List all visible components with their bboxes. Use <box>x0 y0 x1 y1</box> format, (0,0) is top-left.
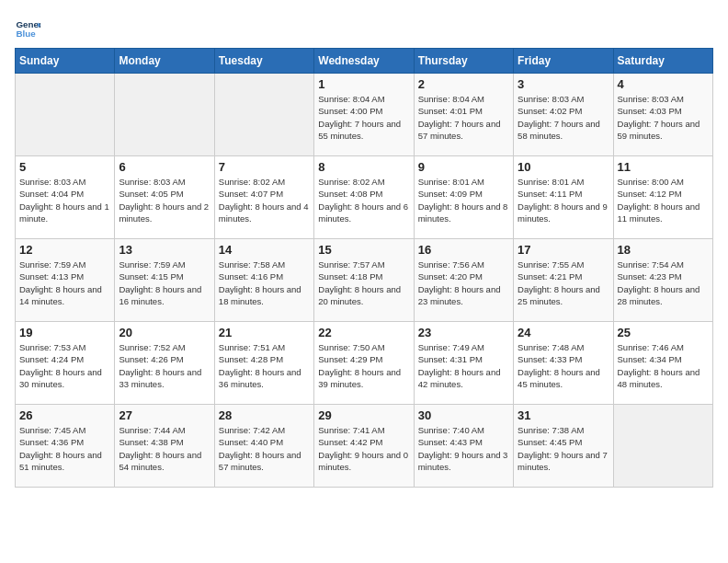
day-info: Sunrise: 7:58 AMSunset: 4:16 PMDaylight:… <box>219 259 310 307</box>
day-number: 24 <box>518 326 609 339</box>
calendar-cell: 9Sunrise: 8:01 AMSunset: 4:09 PMDaylight… <box>414 156 513 239</box>
calendar-cell: 20Sunrise: 7:52 AMSunset: 4:26 PMDayligh… <box>115 322 214 405</box>
calendar-cell: 27Sunrise: 7:44 AMSunset: 4:38 PMDayligh… <box>115 405 214 488</box>
day-number: 18 <box>618 243 709 257</box>
day-info: Sunrise: 8:03 AMSunset: 4:02 PMDaylight:… <box>518 93 609 142</box>
day-number: 22 <box>318 326 409 339</box>
day-number: 4 <box>618 77 709 91</box>
day-info: Sunrise: 7:48 AMSunset: 4:33 PMDaylight:… <box>518 341 609 390</box>
day-info: Sunrise: 7:57 AMSunset: 4:18 PMDaylight:… <box>318 259 409 307</box>
day-number: 6 <box>119 160 210 174</box>
day-number: 8 <box>318 160 409 174</box>
day-info: Sunrise: 7:59 AMSunset: 4:13 PMDaylight:… <box>19 259 110 307</box>
calendar-cell: 19Sunrise: 7:53 AMSunset: 4:24 PMDayligh… <box>16 322 115 405</box>
day-info: Sunrise: 7:41 AMSunset: 4:42 PMDaylight:… <box>318 424 409 473</box>
day-number: 21 <box>219 326 310 339</box>
day-info: Sunrise: 7:44 AMSunset: 4:38 PMDaylight:… <box>119 424 210 473</box>
day-info: Sunrise: 7:53 AMSunset: 4:24 PMDaylight:… <box>19 341 110 390</box>
day-number: 27 <box>119 408 210 422</box>
day-info: Sunrise: 8:03 AMSunset: 4:04 PMDaylight:… <box>19 176 110 224</box>
day-header-saturday: Saturday <box>613 49 712 74</box>
day-info: Sunrise: 7:38 AMSunset: 4:45 PMDaylight:… <box>518 424 609 473</box>
day-info: Sunrise: 8:00 AMSunset: 4:12 PMDaylight:… <box>618 176 709 224</box>
calendar-cell <box>214 74 313 156</box>
day-number: 23 <box>418 326 509 339</box>
calendar-week-row: 19Sunrise: 7:53 AMSunset: 4:24 PMDayligh… <box>16 322 713 405</box>
day-number: 7 <box>219 160 310 174</box>
day-number: 29 <box>318 408 409 422</box>
calendar-cell: 4Sunrise: 8:03 AMSunset: 4:03 PMDaylight… <box>613 74 712 156</box>
day-number: 11 <box>618 160 709 174</box>
calendar-cell: 24Sunrise: 7:48 AMSunset: 4:33 PMDayligh… <box>514 322 613 405</box>
day-info: Sunrise: 8:03 AMSunset: 4:03 PMDaylight:… <box>618 93 709 142</box>
calendar-cell: 6Sunrise: 8:03 AMSunset: 4:05 PMDaylight… <box>115 156 214 239</box>
calendar-cell: 10Sunrise: 8:01 AMSunset: 4:11 PMDayligh… <box>514 156 613 239</box>
calendar-cell: 13Sunrise: 7:59 AMSunset: 4:15 PMDayligh… <box>115 239 214 322</box>
day-info: Sunrise: 7:54 AMSunset: 4:23 PMDaylight:… <box>618 259 709 307</box>
day-info: Sunrise: 7:42 AMSunset: 4:40 PMDaylight:… <box>219 424 310 473</box>
day-info: Sunrise: 7:55 AMSunset: 4:21 PMDaylight:… <box>518 259 609 307</box>
day-number: 31 <box>518 408 609 422</box>
calendar-cell: 28Sunrise: 7:42 AMSunset: 4:40 PMDayligh… <box>214 405 313 488</box>
calendar-cell: 29Sunrise: 7:41 AMSunset: 4:42 PMDayligh… <box>314 405 414 488</box>
day-number: 16 <box>418 243 509 257</box>
calendar-cell: 31Sunrise: 7:38 AMSunset: 4:45 PMDayligh… <box>514 405 613 488</box>
day-header-friday: Friday <box>514 49 613 74</box>
day-header-thursday: Thursday <box>414 49 513 74</box>
day-info: Sunrise: 8:01 AMSunset: 4:11 PMDaylight:… <box>518 176 609 224</box>
calendar-table: SundayMondayTuesdayWednesdayThursdayFrid… <box>15 48 713 488</box>
calendar-cell: 16Sunrise: 7:56 AMSunset: 4:20 PMDayligh… <box>414 239 513 322</box>
calendar-cell: 18Sunrise: 7:54 AMSunset: 4:23 PMDayligh… <box>613 239 712 322</box>
day-number: 13 <box>119 243 210 257</box>
calendar-week-row: 1Sunrise: 8:04 AMSunset: 4:00 PMDaylight… <box>16 74 713 156</box>
day-number: 26 <box>19 408 110 422</box>
calendar-cell: 11Sunrise: 8:00 AMSunset: 4:12 PMDayligh… <box>613 156 712 239</box>
calendar-cell: 30Sunrise: 7:40 AMSunset: 4:43 PMDayligh… <box>414 405 513 488</box>
calendar-cell: 15Sunrise: 7:57 AMSunset: 4:18 PMDayligh… <box>314 239 414 322</box>
calendar-cell: 3Sunrise: 8:03 AMSunset: 4:02 PMDaylight… <box>514 74 613 156</box>
day-number: 19 <box>19 326 110 339</box>
day-info: Sunrise: 7:46 AMSunset: 4:34 PMDaylight:… <box>618 341 709 390</box>
day-info: Sunrise: 7:56 AMSunset: 4:20 PMDaylight:… <box>418 259 509 307</box>
calendar-week-row: 26Sunrise: 7:45 AMSunset: 4:36 PMDayligh… <box>16 405 713 488</box>
calendar-cell: 21Sunrise: 7:51 AMSunset: 4:28 PMDayligh… <box>214 322 313 405</box>
calendar-cell: 26Sunrise: 7:45 AMSunset: 4:36 PMDayligh… <box>16 405 115 488</box>
calendar-week-row: 12Sunrise: 7:59 AMSunset: 4:13 PMDayligh… <box>16 239 713 322</box>
calendar-cell: 8Sunrise: 8:02 AMSunset: 4:08 PMDaylight… <box>314 156 414 239</box>
day-info: Sunrise: 7:51 AMSunset: 4:28 PMDaylight:… <box>219 341 310 390</box>
calendar-cell <box>115 74 214 156</box>
day-info: Sunrise: 7:49 AMSunset: 4:31 PMDaylight:… <box>418 341 509 390</box>
day-number: 14 <box>219 243 310 257</box>
calendar-cell: 14Sunrise: 7:58 AMSunset: 4:16 PMDayligh… <box>214 239 313 322</box>
calendar-cell: 23Sunrise: 7:49 AMSunset: 4:31 PMDayligh… <box>414 322 513 405</box>
day-number: 2 <box>418 77 509 91</box>
day-info: Sunrise: 8:02 AMSunset: 4:07 PMDaylight:… <box>219 176 310 224</box>
day-info: Sunrise: 7:40 AMSunset: 4:43 PMDaylight:… <box>418 424 509 473</box>
day-info: Sunrise: 7:59 AMSunset: 4:15 PMDaylight:… <box>119 259 210 307</box>
logo: General Blue <box>15 15 44 40</box>
day-number: 17 <box>518 243 609 257</box>
day-number: 15 <box>318 243 409 257</box>
calendar-cell: 2Sunrise: 8:04 AMSunset: 4:01 PMDaylight… <box>414 74 513 156</box>
calendar-cell: 22Sunrise: 7:50 AMSunset: 4:29 PMDayligh… <box>314 322 414 405</box>
calendar-cell: 25Sunrise: 7:46 AMSunset: 4:34 PMDayligh… <box>613 322 712 405</box>
day-info: Sunrise: 8:04 AMSunset: 4:00 PMDaylight:… <box>318 93 409 142</box>
day-info: Sunrise: 7:45 AMSunset: 4:36 PMDaylight:… <box>19 424 110 473</box>
calendar-cell <box>16 74 115 156</box>
svg-text:Blue: Blue <box>16 29 36 39</box>
day-number: 9 <box>418 160 509 174</box>
calendar-cell: 17Sunrise: 7:55 AMSunset: 4:21 PMDayligh… <box>514 239 613 322</box>
day-info: Sunrise: 7:52 AMSunset: 4:26 PMDaylight:… <box>119 341 210 390</box>
day-number: 28 <box>219 408 310 422</box>
day-number: 25 <box>618 326 709 339</box>
day-info: Sunrise: 8:02 AMSunset: 4:08 PMDaylight:… <box>318 176 409 224</box>
day-header-sunday: Sunday <box>16 49 115 74</box>
day-info: Sunrise: 7:50 AMSunset: 4:29 PMDaylight:… <box>318 341 409 390</box>
day-info: Sunrise: 8:04 AMSunset: 4:01 PMDaylight:… <box>418 93 509 142</box>
day-number: 30 <box>418 408 509 422</box>
day-number: 20 <box>119 326 210 339</box>
day-header-wednesday: Wednesday <box>314 49 414 74</box>
calendar-header-row: SundayMondayTuesdayWednesdayThursdayFrid… <box>16 49 713 74</box>
calendar-week-row: 5Sunrise: 8:03 AMSunset: 4:04 PMDaylight… <box>16 156 713 239</box>
calendar-cell <box>613 405 712 488</box>
